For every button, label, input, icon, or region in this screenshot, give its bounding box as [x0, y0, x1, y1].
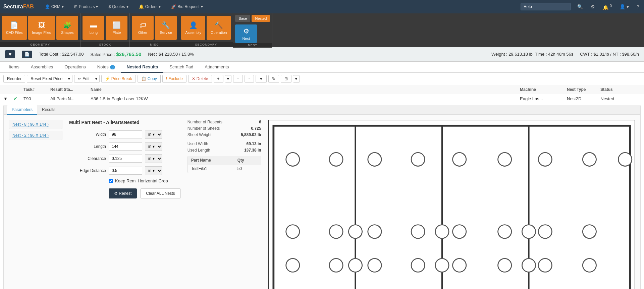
image-files-button[interactable]: 🖼 Image Files [28, 16, 55, 40]
table-row[interactable]: ▼ ✔ T90 All Parts N... A36 1.5 in Eagle … [0, 94, 644, 103]
sub-tab-results[interactable]: Results [37, 105, 60, 115]
nest-label: NEST [233, 43, 272, 48]
brand-logo[interactable]: SecturaFAB [3, 4, 34, 10]
form-buttons: ⚙ Renest Clear ALL Nests [109, 188, 181, 198]
renest-button[interactable]: ⚙ Renest [109, 188, 137, 198]
download-button[interactable]: ▼ [5, 50, 15, 58]
tab-attachments[interactable]: Attachments [199, 62, 234, 73]
width-label: Width [69, 132, 106, 137]
shapes-icon: 🧩 [63, 21, 71, 29]
clear-all-nests-button[interactable]: Clear ALL Nests [140, 188, 180, 198]
clearance-unit-select[interactable]: in ▾ [145, 154, 162, 163]
help-icon[interactable]: ? [635, 3, 641, 11]
used-width-value: 69.13 in [247, 141, 261, 146]
help-search-input[interactable] [521, 3, 571, 10]
svg-point-33 [538, 258, 552, 272]
width-unit-select[interactable]: in ▾ [145, 130, 162, 139]
copy-group: 📋 Copy [138, 75, 161, 83]
up-button[interactable]: ↑ [245, 75, 254, 83]
svg-point-5 [329, 153, 343, 166]
operation-button[interactable]: 🔨 Operation [207, 16, 231, 40]
tab-items[interactable]: Items [3, 62, 25, 73]
user-icon[interactable]: 👤 ▾ [618, 3, 630, 11]
nested-results-toolbar: Reorder Reset Fixed Price ▾ ✏ Edit ▾ ⚡ P… [0, 73, 644, 85]
cad-files-button[interactable]: 📄 CAD Files [2, 16, 27, 40]
document-button[interactable]: 📄 [22, 51, 32, 58]
svg-point-29 [435, 258, 448, 272]
part-name-cell: TestFile1 [191, 166, 237, 171]
sheet-weight-label: Sheet Weight [187, 132, 212, 137]
grid-button[interactable]: ⊞ [281, 75, 291, 83]
misc-label: MISC [130, 42, 179, 47]
tab-operations[interactable]: Operations [59, 62, 91, 73]
add-button[interactable]: + [214, 75, 223, 83]
tab-scratch-pad[interactable]: Scratch Pad [164, 62, 199, 73]
icon-bar: 📄 CAD Files 🖼 Image Files 🧩 Shapes GEOME… [0, 13, 644, 47]
svg-point-14 [329, 225, 343, 238]
tab-notes[interactable]: Notes0 [92, 62, 121, 73]
nested-button[interactable]: Nested [252, 15, 270, 22]
search-icon[interactable]: 🔍 [576, 3, 584, 11]
grid-dropdown[interactable]: ▾ [293, 75, 300, 83]
nest-list-item[interactable]: Nest - 8 ( 96 X 144 ) [9, 120, 62, 129]
plate-button[interactable]: ⬜ Plate [106, 16, 127, 40]
reset-fixed-price-dropdown[interactable]: ▾ [66, 75, 72, 83]
width-input[interactable] [109, 130, 142, 138]
stock-group: ▬ Long ⬜ Plate STOCK [80, 13, 130, 47]
nest-button[interactable]: ⚙ Nest [235, 24, 257, 43]
add-dropdown[interactable]: ▾ [225, 75, 231, 83]
check-icon: ✔ [13, 96, 17, 101]
long-icon: ▬ [90, 21, 97, 29]
edge-distance-unit-select[interactable]: in ▾ [145, 166, 162, 175]
edge-distance-input[interactable] [109, 167, 142, 175]
assembly-button[interactable]: 👤 Assembly [181, 16, 205, 40]
minus-button[interactable]: − [233, 75, 243, 83]
reorder-button[interactable]: Reorder [3, 75, 25, 83]
nav-bid-request[interactable]: 🚀 Bid Request ▾ [168, 3, 205, 10]
filter-button[interactable]: ▼ [256, 75, 267, 83]
copy-button[interactable]: 📋 Copy [138, 75, 161, 83]
long-button[interactable]: ▬ Long [83, 16, 104, 40]
keep-rem-checkbox[interactable] [109, 179, 113, 183]
svg-point-18 [435, 225, 448, 238]
repeats-label: Number of Repeats [187, 120, 222, 124]
col-header-result: Result Sta... [50, 87, 91, 92]
nest-list-item[interactable]: Nest - 2 ( 96 X 144 ) [9, 131, 62, 140]
nav-products[interactable]: ⊞ Products ▾ [71, 3, 101, 10]
used-length-stat: Used Length 137.38 in [187, 148, 261, 153]
main-tab-bar: Items Assemblies Operations Notes0 Neste… [0, 62, 644, 73]
stock-label: STOCK [80, 42, 129, 47]
sub-tab-parameters[interactable]: Parameters [7, 105, 37, 115]
delete-button[interactable]: ✕ Delete [188, 75, 212, 83]
top-navigation: SecturaFAB 👤 CRM ▾ ⊞ Products ▾ $ Quotes… [0, 0, 644, 13]
nav-crm[interactable]: 👤 CRM ▾ [42, 3, 66, 10]
exclude-button[interactable]: ! Exclude [162, 75, 186, 83]
other-button[interactable]: 🏷 Other [132, 16, 154, 40]
base-button[interactable]: Base [235, 15, 250, 22]
notification-icon[interactable]: 🔔 0 [601, 2, 613, 11]
svg-point-32 [522, 258, 535, 272]
shapes-button[interactable]: 🧩 Shapes [56, 16, 78, 40]
length-unit-select[interactable]: in ▾ [145, 142, 162, 151]
nav-quotes[interactable]: $ Quotes ▾ [106, 3, 131, 10]
expand-icon[interactable]: ▼ [3, 96, 8, 101]
clearance-input[interactable] [109, 155, 142, 163]
price-break-button[interactable]: ⚡ Price Break [101, 75, 136, 83]
refresh-button[interactable]: ↻ [268, 75, 279, 83]
tab-assemblies[interactable]: Assemblies [25, 62, 58, 73]
edit-button[interactable]: ✏ Edit [74, 75, 93, 83]
reset-fixed-price-button[interactable]: Reset Fixed Price [27, 75, 66, 83]
service-button[interactable]: 🔧 Service [155, 16, 177, 40]
nav-orders[interactable]: 🔔 Orders ▾ [136, 3, 164, 10]
svg-point-22 [538, 225, 552, 238]
sheets-value: 0.725 [251, 126, 261, 131]
nest-form-title: Multi Part Nest - AllPartsNested [69, 120, 181, 125]
keep-rem-label: Keep Rem [115, 178, 136, 183]
tab-nested-results[interactable]: Nested Results [121, 62, 163, 73]
col-header-task: Task# [23, 87, 50, 92]
settings-icon[interactable]: ⚙ [589, 3, 596, 11]
length-input[interactable] [109, 142, 142, 151]
used-length-label: Used Length [187, 148, 210, 153]
result-cell: All Parts N... [50, 96, 91, 101]
edit-dropdown[interactable]: ▾ [93, 75, 100, 83]
